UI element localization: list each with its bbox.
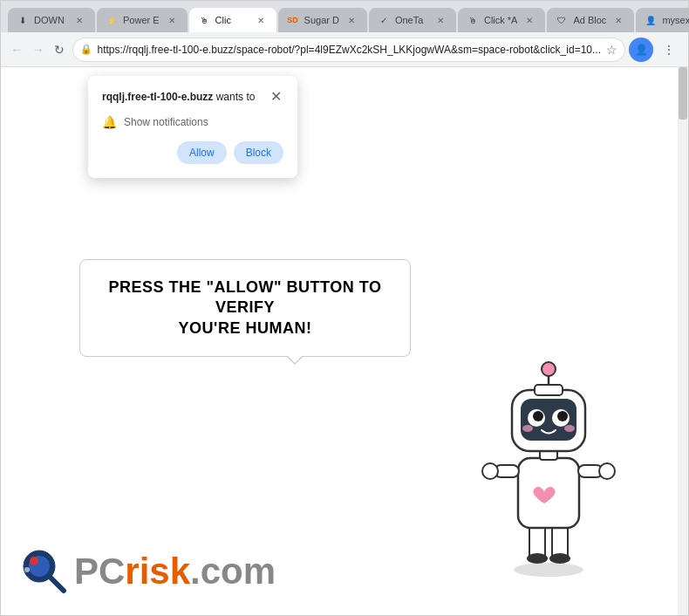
notification-site: rqqlj.free-tl-100-e.buzz xyxy=(102,91,213,103)
notification-close-button[interactable]: ✕ xyxy=(269,90,283,104)
pcrisk-text: PCrisk.com xyxy=(74,553,276,590)
svg-point-15 xyxy=(533,411,543,421)
speech-bubble: PRESS THE "ALLOW" BUTTON TO VERIFY YOU'R… xyxy=(79,259,411,357)
tab-2-label: Power E xyxy=(123,15,160,25)
notification-wants: wants to xyxy=(213,91,255,103)
tab-7-close[interactable]: ✕ xyxy=(611,13,625,27)
lock-icon: 🔒 xyxy=(80,44,92,55)
notification-body-text: Show notifications xyxy=(124,116,208,128)
svg-point-26 xyxy=(24,567,30,572)
tab-4-close[interactable]: ✕ xyxy=(344,13,358,27)
bookmark-icon[interactable]: ☆ xyxy=(606,43,617,57)
scrollbar-thumb[interactable] xyxy=(679,67,687,120)
tab-7-favicon: 🛡 xyxy=(556,14,568,26)
forward-button[interactable]: → xyxy=(30,38,48,62)
notification-header: rqqlj.free-tl-100-e.buzz wants to ✕ xyxy=(102,90,283,105)
svg-point-4 xyxy=(549,553,570,564)
reload-button[interactable]: ↻ xyxy=(51,38,69,62)
bell-icon: 🔔 xyxy=(102,115,117,129)
svg-point-17 xyxy=(522,425,533,432)
block-button[interactable]: Block xyxy=(234,141,283,164)
back-button[interactable]: ← xyxy=(8,38,26,62)
speech-text: PRESS THE "ALLOW" BUTTON TO VERIFY YOU'R… xyxy=(101,277,389,339)
tab-6[interactable]: 🖱 Click *A ✕ xyxy=(458,8,546,32)
page-content: rqqlj.free-tl-100-e.buzz wants to ✕ 🔔 Sh… xyxy=(1,67,688,615)
toolbar-right: 👤 ⋮ xyxy=(629,38,681,62)
speech-line2: YOU'RE HUMAN! xyxy=(179,319,312,337)
svg-point-16 xyxy=(557,411,568,421)
tab-2[interactable]: ⚡ Power E ✕ xyxy=(97,8,188,32)
svg-point-9 xyxy=(599,463,615,479)
tab-5-close[interactable]: ✕ xyxy=(433,13,447,27)
svg-point-7 xyxy=(482,463,498,479)
pcrisk-logo: PCrisk.com xyxy=(18,545,276,598)
tab-4-label: Sugar D xyxy=(304,15,339,25)
robot-image xyxy=(461,336,636,563)
tab-5[interactable]: ✓ OneTa ✕ xyxy=(369,8,456,32)
svg-point-18 xyxy=(564,425,575,432)
notification-title: rqqlj.free-tl-100-e.buzz wants to xyxy=(102,90,255,105)
tab-7-label: Ad Bloc xyxy=(573,15,606,25)
tab-5-label: OneTa xyxy=(395,15,428,25)
tab-7[interactable]: 🛡 Ad Bloc ✕ xyxy=(547,8,634,32)
tab-8-favicon: 👤 xyxy=(645,14,657,26)
pcrisk-icon xyxy=(18,545,71,598)
tab-1-favicon: ⬇ xyxy=(17,14,29,26)
tab-6-label: Click *A xyxy=(484,15,518,25)
menu-icon[interactable]: ⋮ xyxy=(657,38,681,62)
tab-1-label: DOWN xyxy=(34,15,67,25)
tab-strip: ⬇ DOWN ✕ ⚡ Power E ✕ 🖱 Clic ✕ SD Sugar D… xyxy=(8,1,689,32)
tab-6-favicon: 🖱 xyxy=(467,14,479,26)
profile-icon[interactable]: 👤 xyxy=(629,38,653,62)
allow-button[interactable]: Allow xyxy=(177,141,227,164)
svg-point-24 xyxy=(30,557,38,565)
svg-point-0 xyxy=(514,563,583,577)
speech-bubble-container: PRESS THE "ALLOW" BUTTON TO VERIFY YOU'R… xyxy=(79,259,411,357)
svg-line-25 xyxy=(50,577,64,591)
tab-6-close[interactable]: ✕ xyxy=(522,13,536,27)
tab-2-close[interactable]: ✕ xyxy=(165,13,179,27)
tab-3-favicon: 🖱 xyxy=(198,14,210,26)
risk-text: risk xyxy=(125,551,190,592)
tab-2-favicon: ⚡ xyxy=(106,14,118,26)
notification-body: 🔔 Show notifications xyxy=(102,115,283,129)
notification-popup: rqqlj.free-tl-100-e.buzz wants to ✕ 🔔 Sh… xyxy=(88,76,297,178)
speech-line1: PRESS THE "ALLOW" BUTTON TO VERIFY xyxy=(109,278,382,316)
svg-rect-21 xyxy=(535,385,563,395)
tab-8-label: mysexy xyxy=(662,15,689,25)
browser-window: ⬇ DOWN ✕ ⚡ Power E ✕ 🖱 Clic ✕ SD Sugar D… xyxy=(0,0,689,616)
tab-8[interactable]: 👤 mysexy ✕ xyxy=(636,8,689,32)
tab-3-label: Clic xyxy=(215,15,249,25)
tab-4-favicon: SD xyxy=(287,14,299,26)
tab-3-close[interactable]: ✕ xyxy=(254,13,268,27)
tab-3[interactable]: 🖱 Clic ✕ xyxy=(189,8,276,32)
dotcom-text: .com xyxy=(190,551,276,592)
notification-buttons: Allow Block xyxy=(102,141,283,164)
url-text: https://rqqlj.free-tl-100-e.buzz/space-r… xyxy=(98,44,602,56)
tab-4[interactable]: SD Sugar D ✕ xyxy=(278,8,367,32)
svg-point-3 xyxy=(527,553,548,564)
svg-point-20 xyxy=(542,362,556,376)
toolbar: ← → ↻ 🔒 https://rqqlj.free-tl-100-e.buzz… xyxy=(1,32,688,67)
tab-1[interactable]: ⬇ DOWN ✕ xyxy=(8,8,95,32)
tab-5-favicon: ✓ xyxy=(378,14,390,26)
address-bar[interactable]: 🔒 https://rqqlj.free-tl-100-e.buzz/space… xyxy=(72,38,626,62)
tab-1-close[interactable]: ✕ xyxy=(72,13,86,27)
pc-text: PC xyxy=(74,551,125,592)
scrollbar[interactable] xyxy=(678,67,688,615)
title-bar: ⬇ DOWN ✕ ⚡ Power E ✕ 🖱 Clic ✕ SD Sugar D… xyxy=(1,1,688,32)
